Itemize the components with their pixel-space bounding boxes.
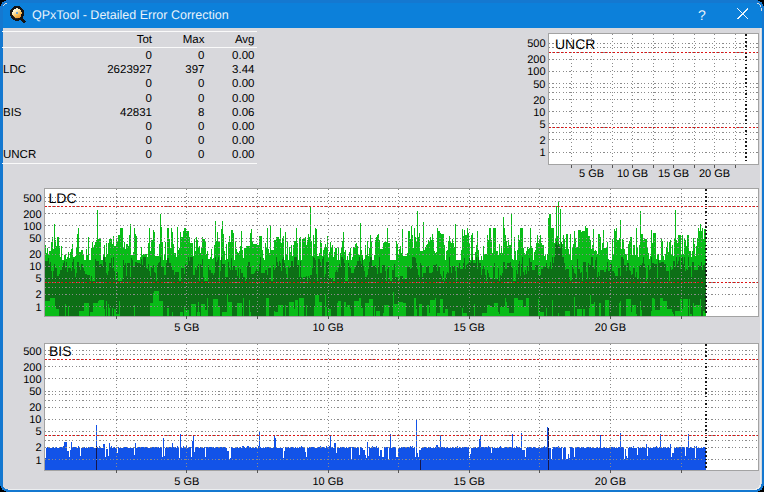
svg-text:20 GB: 20 GB <box>699 168 730 180</box>
svg-text:15 GB: 15 GB <box>454 322 485 334</box>
svg-text:0: 0 <box>198 149 204 161</box>
svg-text:QPxTool - Detailed Error Corre: QPxTool - Detailed Error Correction <box>32 8 229 22</box>
svg-text:10: 10 <box>533 107 545 119</box>
svg-text:500: 500 <box>23 346 41 358</box>
svg-text:1: 1 <box>539 147 545 159</box>
svg-text:1: 1 <box>35 302 41 314</box>
svg-text:100: 100 <box>23 374 41 386</box>
svg-text:Avg: Avg <box>235 34 255 46</box>
svg-text:20: 20 <box>29 402 41 414</box>
svg-text:100: 100 <box>527 66 545 78</box>
svg-text:50: 50 <box>533 79 545 91</box>
svg-text:0: 0 <box>198 93 204 105</box>
svg-text:1: 1 <box>35 455 41 467</box>
svg-text:20: 20 <box>533 95 545 107</box>
svg-text:0: 0 <box>198 50 204 62</box>
svg-text:0: 0 <box>146 93 152 105</box>
svg-text:2: 2 <box>539 135 545 147</box>
svg-text:0: 0 <box>146 135 152 147</box>
svg-text:Max: Max <box>183 34 205 46</box>
svg-text:200: 200 <box>23 362 41 374</box>
svg-text:Tot: Tot <box>137 34 153 46</box>
svg-text:10: 10 <box>29 261 41 273</box>
svg-text:0: 0 <box>146 149 152 161</box>
svg-text:0: 0 <box>198 78 204 90</box>
svg-text:0: 0 <box>146 50 152 62</box>
svg-text:42831: 42831 <box>120 107 152 119</box>
svg-text:0.00: 0.00 <box>232 78 254 90</box>
svg-text:500: 500 <box>527 38 545 50</box>
svg-text:15 GB: 15 GB <box>454 476 485 488</box>
svg-text:UNCR: UNCR <box>555 36 595 52</box>
svg-text:10: 10 <box>29 414 41 426</box>
svg-text:200: 200 <box>527 54 545 66</box>
svg-text:2: 2 <box>35 442 41 454</box>
svg-text:100: 100 <box>23 221 41 233</box>
svg-text:5 GB: 5 GB <box>579 168 604 180</box>
svg-text:0.00: 0.00 <box>232 149 254 161</box>
svg-text:0.06: 0.06 <box>232 107 254 119</box>
svg-text:?: ? <box>698 7 706 23</box>
svg-text:50: 50 <box>29 386 41 398</box>
svg-text:0.00: 0.00 <box>232 135 254 147</box>
svg-text:20 GB: 20 GB <box>595 476 626 488</box>
svg-text:3.44: 3.44 <box>232 64 255 76</box>
svg-text:50: 50 <box>29 233 41 245</box>
svg-text:0.00: 0.00 <box>232 93 254 105</box>
svg-text:20 GB: 20 GB <box>595 322 626 334</box>
svg-text:10 GB: 10 GB <box>312 322 343 334</box>
svg-text:2623927: 2623927 <box>107 64 152 76</box>
svg-text:0: 0 <box>146 121 152 133</box>
svg-text:10 GB: 10 GB <box>312 476 343 488</box>
svg-text:BIS: BIS <box>49 343 72 359</box>
svg-text:5 GB: 5 GB <box>174 322 199 334</box>
svg-text:397: 397 <box>185 64 204 76</box>
svg-text:15 GB: 15 GB <box>658 168 689 180</box>
svg-text:2: 2 <box>35 289 41 301</box>
svg-text:5 GB: 5 GB <box>174 476 199 488</box>
svg-text:0: 0 <box>146 78 152 90</box>
svg-text:5: 5 <box>539 119 545 131</box>
svg-text:0: 0 <box>198 121 204 133</box>
svg-text:LDC: LDC <box>3 64 26 76</box>
svg-text:20: 20 <box>29 249 41 261</box>
svg-text:LDC: LDC <box>49 190 77 206</box>
svg-text:0.00: 0.00 <box>232 50 254 62</box>
svg-text:10 GB: 10 GB <box>617 168 648 180</box>
svg-text:200: 200 <box>23 209 41 221</box>
svg-text:UNCR: UNCR <box>3 149 36 161</box>
svg-text:0.00: 0.00 <box>232 121 254 133</box>
svg-text:8: 8 <box>198 107 204 119</box>
svg-text:5: 5 <box>35 273 41 285</box>
svg-text:500: 500 <box>23 193 41 205</box>
svg-text:5: 5 <box>35 426 41 438</box>
svg-text:0: 0 <box>198 135 204 147</box>
svg-text:BIS: BIS <box>3 107 22 119</box>
